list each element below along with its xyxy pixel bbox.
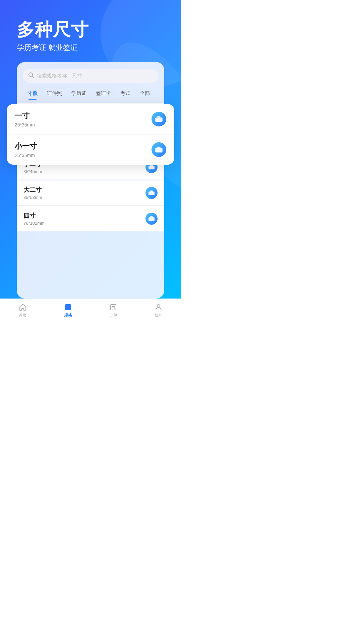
order-icon [109,303,118,312]
search-bar[interactable]: 搜索规格名称、尺寸 [23,69,158,83]
svg-rect-19 [157,116,161,118]
svg-point-28 [157,305,160,307]
spec-icon [64,303,72,312]
search-icon [28,72,34,79]
list-item[interactable]: 大二寸 35*53mm [17,180,164,206]
item-size-2: 35*45mm [23,169,42,174]
bottom-navigation: 首页 规格 订单 我的 [0,299,181,322]
nav-label-home: 首页 [19,313,27,318]
floating-camera-button-1[interactable] [152,142,166,157]
floating-item-name-1: 小一寸 [15,141,37,151]
nav-item-profile[interactable]: 我的 [136,303,181,318]
floating-camera-button-0[interactable] [152,112,166,126]
tab-quanbu[interactable]: 全部 [135,88,155,99]
list-item[interactable]: 四寸 76*102mm [17,206,164,231]
item-name-3: 大二寸 [23,186,42,194]
main-card: 搜索规格名称、尺寸 寸照 证件照 学历证 签证卡 考试 全部 一寸 25*35m… [17,62,164,299]
tab-qianzhenka[interactable]: 签证卡 [91,88,116,99]
nav-label-spec: 规格 [64,313,72,318]
nav-label-order: 订单 [109,313,117,318]
svg-rect-10 [150,165,153,166]
item-size-3: 35*53mm [23,195,42,200]
floating-item-size-0: 25*35mm [15,122,35,127]
tab-kaoshi[interactable]: 考试 [116,88,135,99]
tab-cunzhao[interactable]: 寸照 [23,88,42,99]
nav-item-home[interactable]: 首页 [0,303,45,318]
tab-xuelizeng[interactable]: 学历证 [67,88,91,99]
item-name-4: 四寸 [23,212,45,220]
item-size-4: 76*102mm [23,221,45,226]
header: 多种尺寸 学历考证 就业签证 [0,0,181,63]
floating-item-name-0: 一寸 [15,111,35,121]
nav-item-order[interactable]: 订单 [90,303,136,318]
svg-rect-27 [111,305,116,310]
nav-label-profile: 我的 [155,313,163,318]
svg-rect-16 [150,216,153,217]
user-icon [154,303,163,312]
category-tabs: 寸照 证件照 学历证 签证卡 考试 全部 [17,88,164,100]
floating-item-size-1: 25*35mm [15,153,37,158]
home-icon [18,303,27,312]
page-title: 多种尺寸 [17,20,164,39]
tab-zhengjianzhao[interactable]: 证件照 [42,88,67,99]
nav-item-spec[interactable]: 规格 [45,303,90,318]
floating-item-1[interactable]: 小一寸 25*35mm [7,135,174,165]
floating-item-0[interactable]: 一寸 25*35mm [7,104,174,135]
svg-rect-22 [157,147,161,148]
svg-rect-13 [150,191,153,192]
camera-button-4[interactable] [145,213,158,225]
search-placeholder-text: 搜索规格名称、尺寸 [37,73,82,79]
camera-button-3[interactable] [145,187,158,199]
floating-detail-card: 一寸 25*35mm 小一寸 25*35mm [7,104,174,165]
page-subtitle: 学历考证 就业签证 [17,43,164,53]
svg-line-1 [32,76,34,78]
